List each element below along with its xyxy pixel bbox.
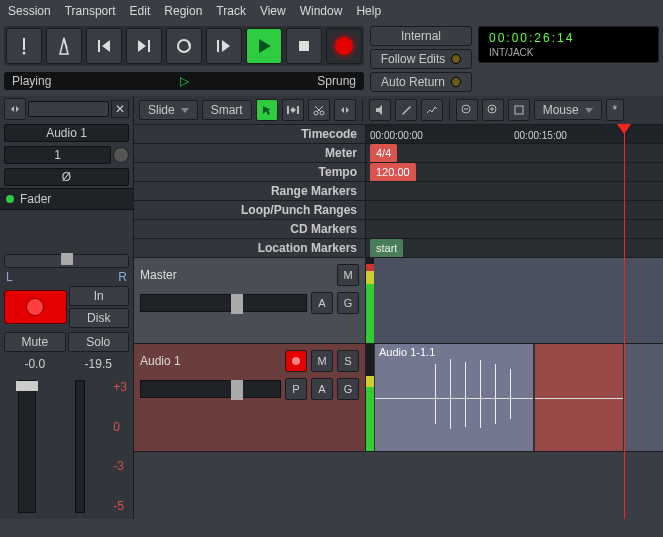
- record-button[interactable]: [326, 28, 362, 64]
- fader-label: Fader: [20, 192, 51, 206]
- edit-tool[interactable]: [421, 99, 443, 121]
- svg-rect-8: [287, 106, 289, 114]
- group-button[interactable]: G: [337, 378, 359, 400]
- primary-clock[interactable]: 00:00:26:14 INT/JACK: [478, 26, 659, 63]
- track-name-field[interactable]: Audio 1: [4, 124, 129, 142]
- play-range-button[interactable]: [206, 28, 242, 64]
- pan-slider[interactable]: [4, 254, 129, 269]
- automation-button[interactable]: A: [311, 292, 333, 314]
- playlist-button[interactable]: P: [285, 378, 307, 400]
- zoom-out-button[interactable]: [456, 99, 478, 121]
- solo-button[interactable]: Solo: [68, 332, 130, 352]
- track-fader[interactable]: [140, 294, 307, 312]
- zoom-in-button[interactable]: [482, 99, 504, 121]
- goto-end-button[interactable]: [126, 28, 162, 64]
- polarity-button[interactable]: Ø: [4, 168, 129, 186]
- zoom-fit-button[interactable]: [508, 99, 530, 121]
- solo-button[interactable]: S: [337, 350, 359, 372]
- menu-help[interactable]: Help: [356, 4, 381, 18]
- ruler-cd[interactable]: [366, 220, 663, 238]
- track-fader[interactable]: [140, 380, 281, 398]
- main-area: ✕ Audio 1 1 Ø Fader LR In Disk Mute Solo…: [0, 96, 663, 519]
- rec-enable-button[interactable]: [4, 290, 67, 324]
- play-state: Playing: [12, 74, 51, 88]
- hide-strip-button[interactable]: ✕: [111, 100, 129, 118]
- track-name[interactable]: Master: [140, 268, 333, 282]
- automation-button[interactable]: A: [311, 378, 333, 400]
- sync-options: Internal Follow Edits Auto Return: [370, 26, 472, 92]
- zoom-focus-selector[interactable]: Mouse: [534, 100, 602, 120]
- menu-view[interactable]: View: [260, 4, 286, 18]
- mute-button[interactable]: Mute: [4, 332, 66, 352]
- ruler-tempo[interactable]: 120.00: [366, 163, 663, 181]
- transport-status: Playing ▷ Sprung: [4, 72, 364, 90]
- sync-source-button[interactable]: Internal: [370, 26, 472, 46]
- ruler-range[interactable]: [366, 182, 663, 200]
- playhead[interactable]: [624, 125, 625, 519]
- menu-session[interactable]: Session: [8, 4, 51, 18]
- group-button[interactable]: G: [337, 292, 359, 314]
- fader-cap[interactable]: [16, 381, 38, 391]
- playhead-marker-icon: [617, 124, 631, 134]
- processor-box[interactable]: Fader: [0, 188, 133, 210]
- mute-button[interactable]: M: [311, 350, 333, 372]
- auto-return-toggle[interactable]: Auto Return: [370, 72, 472, 92]
- menu-window[interactable]: Window: [300, 4, 343, 18]
- meter-marker[interactable]: 4/4: [370, 144, 397, 162]
- meter-scale: +3 0 -3 -5: [113, 380, 127, 513]
- range-tool[interactable]: [282, 99, 304, 121]
- object-tool[interactable]: [256, 99, 278, 121]
- toolbar-extra[interactable]: *: [606, 99, 624, 121]
- audio-region[interactable]: Audio 1-1.1: [374, 344, 534, 451]
- strip-width-toggle[interactable]: [4, 98, 26, 120]
- pan-left-label: L: [6, 270, 13, 284]
- track-name[interactable]: Audio 1: [140, 354, 281, 368]
- stretch-tool[interactable]: [334, 99, 356, 121]
- fader-track[interactable]: [18, 380, 36, 513]
- follow-edits-toggle[interactable]: Follow Edits: [370, 49, 472, 69]
- ruler-location[interactable]: start: [366, 239, 663, 257]
- record-icon: [335, 37, 353, 55]
- fader-cap[interactable]: [231, 380, 243, 400]
- draw-tool[interactable]: [395, 99, 417, 121]
- menu-track[interactable]: Track: [216, 4, 246, 18]
- cut-tool[interactable]: [308, 99, 330, 121]
- track-lane-master[interactable]: [374, 258, 663, 343]
- recording-region[interactable]: [534, 344, 624, 451]
- midi-panic-button[interactable]: [6, 28, 42, 64]
- loop-button[interactable]: [166, 28, 202, 64]
- ruler-loop[interactable]: [366, 201, 663, 219]
- location-marker-start[interactable]: start: [370, 239, 403, 257]
- play-button[interactable]: [246, 28, 282, 64]
- edit-mode-selector[interactable]: Slide: [139, 100, 198, 120]
- track-lane-audio1[interactable]: Audio 1-1.1: [374, 344, 663, 451]
- menu-transport[interactable]: Transport: [65, 4, 116, 18]
- audition-tool[interactable]: [369, 99, 391, 121]
- svg-rect-4: [148, 40, 150, 52]
- svg-rect-3: [98, 40, 100, 52]
- svg-point-5: [178, 40, 190, 52]
- svg-rect-7: [299, 41, 309, 51]
- menu-edit[interactable]: Edit: [130, 4, 151, 18]
- fader-cap[interactable]: [231, 294, 243, 314]
- input-selector[interactable]: 1: [4, 146, 111, 164]
- tc-mark-0: 00:00:00:00: [370, 126, 423, 143]
- smart-mode-button[interactable]: Smart: [202, 100, 252, 120]
- monitor-disk-button[interactable]: Disk: [69, 308, 130, 328]
- input-trim-knob[interactable]: [113, 147, 129, 163]
- mute-button[interactable]: M: [337, 264, 359, 286]
- track-audio1: Audio 1 M S P A G: [134, 344, 663, 452]
- monitor-input-button[interactable]: In: [69, 286, 130, 306]
- gain-display-l[interactable]: -0.0: [4, 356, 66, 372]
- pan-handle[interactable]: [61, 253, 73, 265]
- metronome-button[interactable]: [46, 28, 82, 64]
- ruler-cd-label: CD Markers: [134, 220, 366, 238]
- goto-start-button[interactable]: [86, 28, 122, 64]
- strip-color[interactable]: [28, 101, 109, 117]
- rec-enable-button[interactable]: [285, 350, 307, 372]
- ruler-meter[interactable]: 4/4: [366, 144, 663, 162]
- tempo-marker[interactable]: 120.00: [370, 163, 416, 181]
- gain-display-r[interactable]: -19.5: [68, 356, 130, 372]
- stop-button[interactable]: [286, 28, 322, 64]
- menu-region[interactable]: Region: [164, 4, 202, 18]
